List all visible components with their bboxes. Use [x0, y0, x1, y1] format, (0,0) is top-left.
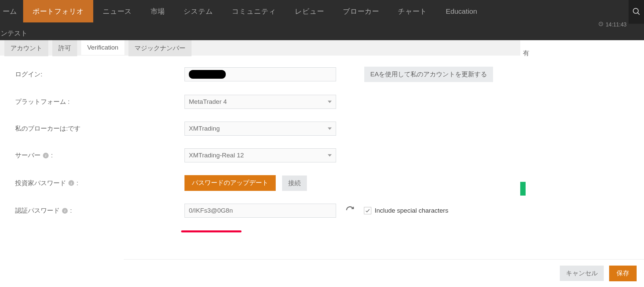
chevron-down-icon: [328, 152, 332, 159]
tab-permission[interactable]: 許可: [52, 40, 77, 56]
nav-broker[interactable]: ブローカー: [333, 0, 388, 22]
verify-password-value: 0/IKFs3@0G8n: [189, 207, 233, 214]
nav-community[interactable]: コミュニティ: [222, 0, 285, 22]
redacted-login: [189, 70, 226, 79]
chevron-down-icon: [328, 125, 332, 132]
checkbox-special-chars-wrap: Include special characters: [364, 207, 448, 214]
svg-marker-5: [328, 154, 332, 156]
edge-label: 有: [521, 46, 531, 61]
select-platform[interactable]: MetaTrader 4: [184, 95, 336, 109]
info-icon[interactable]: [43, 153, 49, 158]
row-server: サーバー : XMTrading-Real 12: [15, 148, 505, 162]
form-area: ログイン: EAを使用して私のアカウントを更新する プラットフォーム : Met…: [0, 56, 520, 229]
label-login: ログイン:: [15, 70, 184, 79]
search-icon: [632, 7, 641, 17]
content-panel: アカウント 許可 Verification マジックナンバー ログイン: EAを…: [0, 40, 520, 229]
row-broker: 私のブローカーは:です XMTrading: [15, 122, 505, 136]
top-nav: ーム ポートフォリオ ニュース 市場 システム コミュニティ レビュー ブローカ…: [0, 0, 644, 26]
info-icon[interactable]: [68, 180, 74, 186]
tab-verification[interactable]: Verification: [81, 40, 124, 55]
svg-marker-3: [328, 100, 332, 103]
label-platform: プラットフォーム :: [15, 97, 184, 106]
subbar: ンテスト: [0, 26, 644, 40]
update-password-button[interactable]: パスワードのアップデート: [184, 175, 276, 191]
row-verify-password: 認証パスワード : 0/IKFs3@0G8n Include special c…: [15, 204, 505, 218]
checkbox-special-chars-label: Include special characters: [375, 207, 448, 214]
select-broker-value: XMTrading: [189, 125, 220, 132]
footer: キャンセル 保存: [124, 259, 644, 287]
annotation-underline: [181, 230, 241, 232]
clock: 14:11:43: [598, 21, 627, 28]
select-broker[interactable]: XMTrading: [184, 122, 336, 136]
row-login: ログイン: EAを使用して私のアカウントを更新する: [15, 67, 505, 82]
row-investor-password: 投資家パスワード : パスワードのアップデート 接続: [15, 175, 505, 191]
nav-system[interactable]: システム: [174, 0, 222, 22]
select-server-value: XMTrading-Real 12: [189, 152, 244, 159]
edge-green-strip: [520, 182, 526, 196]
chevron-down-icon: [328, 98, 332, 105]
tabbar: アカウント 許可 Verification マジックナンバー: [0, 40, 520, 56]
nav-portfolio[interactable]: ポートフォリオ: [23, 0, 93, 22]
cancel-button[interactable]: キャンセル: [560, 266, 604, 281]
label-investor-password: 投資家パスワード :: [15, 179, 184, 188]
label-verify-password: 認証パスワード :: [15, 206, 184, 215]
select-server[interactable]: XMTrading-Real 12: [184, 148, 336, 162]
clock-icon: [598, 21, 603, 28]
connect-button[interactable]: 接続: [282, 175, 307, 191]
clock-time: 14:11:43: [606, 22, 627, 28]
ea-update-button[interactable]: EAを使用して私のアカウントを更新する: [364, 67, 493, 82]
subbar-label: ンテスト: [1, 29, 28, 38]
nav-items: ーム ポートフォリオ ニュース 市場 システム コミュニティ レビュー ブローカ…: [0, 0, 486, 22]
nav-review[interactable]: レビュー: [285, 0, 333, 22]
tab-magic-number[interactable]: マジックナンバー: [128, 40, 192, 56]
checkbox-special-chars[interactable]: [364, 207, 371, 214]
svg-marker-4: [328, 127, 332, 130]
nav-home[interactable]: ーム: [0, 0, 23, 22]
label-broker: 私のブローカーは:です: [15, 124, 184, 133]
refresh-button[interactable]: [345, 206, 355, 216]
svg-point-1: [633, 8, 638, 13]
nav-chart[interactable]: チャート: [388, 0, 436, 22]
input-verify-password[interactable]: 0/IKFs3@0G8n: [184, 204, 336, 218]
nav-news[interactable]: ニュース: [93, 0, 141, 22]
nav-education[interactable]: Education: [436, 0, 486, 22]
svg-line-2: [638, 13, 640, 15]
save-button[interactable]: 保存: [609, 266, 637, 281]
input-login[interactable]: [184, 67, 336, 81]
label-server: サーバー :: [15, 151, 184, 160]
search-button[interactable]: [629, 0, 644, 24]
select-platform-value: MetaTrader 4: [189, 98, 227, 105]
info-icon[interactable]: [62, 208, 68, 214]
nav-market[interactable]: 市場: [141, 0, 174, 22]
row-platform: プラットフォーム : MetaTrader 4: [15, 95, 505, 109]
tab-account[interactable]: アカウント: [4, 40, 48, 56]
